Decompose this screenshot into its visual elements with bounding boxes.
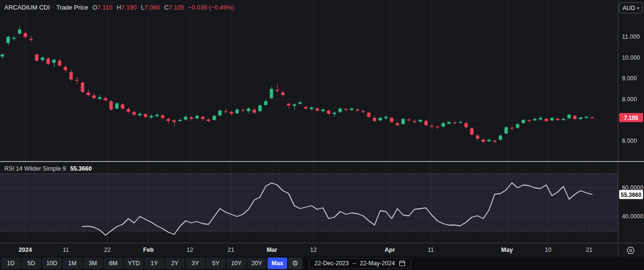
gear-icon[interactable]: ⚙ [288,258,302,269]
candle [41,58,44,60]
rsi-band [0,173,618,231]
candle [556,119,560,120]
time-axis-label: May [501,247,513,253]
range-button-6m[interactable]: 6M [104,258,123,269]
price-legend: ARCADIUM CDI·Trade PriceO7.110H7.190L7.0… [4,4,234,11]
pane-separator-handle[interactable] [0,161,644,162]
candle [533,119,537,120]
candle [161,115,165,118]
candle [436,127,439,128]
low-value: 7.080 [145,4,160,11]
range-button-10y[interactable]: 10Y [227,258,246,269]
time-axis-label: 21 [228,247,234,253]
low-label: L [141,4,144,11]
price-scale-axis[interactable]: 7.105 55.3660 11.00010.0009.0008.0006.00… [618,0,644,257]
candle [70,72,73,79]
time-axis-label: Apr [384,247,395,253]
candle [75,80,79,81]
time-axis-label: Feb [143,247,154,253]
candle [568,115,571,118]
candle [276,90,279,91]
chart-plot[interactable] [0,0,618,243]
currency-selector[interactable]: AUD ▾ [619,2,643,13]
candle [373,118,376,121]
range-button-20y[interactable]: 20Y [247,258,267,269]
hexagon-dot-icon[interactable] [626,246,635,255]
range-button-ytd[interactable]: YTD [124,258,144,269]
rsi-legend: RSI 14 Wilder Simple 955.3660 [4,165,92,172]
candle [12,38,16,39]
legend-separator: · [52,4,54,10]
range-button-10d[interactable]: 10D [42,258,62,269]
candle [64,67,67,70]
candle [253,109,256,113]
candle [453,122,457,123]
currency-label: AUD [623,5,635,11]
candle [367,113,371,117]
rsi-title: RSI 14 Wilder Simple 9 [4,165,66,172]
candle [528,120,531,121]
range-button-5d[interactable]: 5D [21,258,41,269]
range-button-1y[interactable]: 1Y [145,258,164,269]
candle [190,118,193,119]
rsi-value: 55.3660 [70,165,92,172]
candle [213,116,216,120]
candle [562,119,565,120]
candle [442,123,445,127]
range-button-max[interactable]: Max [268,258,287,269]
candle [173,120,176,122]
close-value: 7.105 [169,4,185,11]
candle [465,123,468,128]
candle [493,141,497,142]
range-button-3y[interactable]: 3Y [186,258,205,269]
candle [1,54,4,56]
range-buttons-group: 1D5D10D1M3M6MYTD1Y2Y3Y5Y10Y20YMax [1,258,287,269]
range-button-1d[interactable]: 1D [1,258,21,269]
candle [505,127,508,133]
date-range-from: 22-Dec-2023 [314,260,349,267]
candle [585,117,588,118]
symbol-title: ARCADIUM CDI [4,4,50,11]
candle [356,109,359,110]
candle [52,60,56,63]
candle [545,119,548,121]
candle [110,101,113,109]
candle [551,118,554,120]
candle [304,107,308,108]
range-button-5y[interactable]: 5Y [206,258,226,269]
candle [18,30,21,34]
date-range-picker[interactable]: 22-Dec-2023 – 22-May-2024 [309,258,411,269]
candle [396,123,399,125]
time-axis-label: 12 [187,247,193,253]
candle [447,122,451,123]
range-button-2y[interactable]: 2Y [165,258,185,269]
time-axis[interactable]: 20241122Feb1221Mar12Apr11May1021 [0,243,644,257]
candle [24,33,27,37]
calendar-icon [399,260,405,267]
range-button-1m[interactable]: 1M [62,258,82,269]
candle [488,140,491,141]
open-label: O [93,4,97,11]
candle [178,120,182,121]
candle [459,122,462,123]
candle [270,89,273,98]
date-range-to: 22-May-2024 [360,260,395,267]
candle [30,39,33,40]
candle [470,128,474,134]
price-axis-tick: 10.000 [622,54,640,61]
candle [35,54,39,61]
candle [573,116,577,119]
candle [81,83,84,92]
price-axis-tick: 8.000 [622,96,637,103]
candle [230,112,233,113]
last-price-badge: 7.105 [619,113,643,122]
candle [144,114,147,117]
time-axis-label: 2024 [19,247,32,253]
candle [322,109,325,111]
range-button-3m[interactable]: 3M [83,258,103,269]
candle [350,108,353,110]
rsi-value-badge: 55.3660 [619,190,643,199]
price-axis-tick: 9.000 [622,75,637,82]
candle [281,93,285,95]
candle [241,110,245,111]
